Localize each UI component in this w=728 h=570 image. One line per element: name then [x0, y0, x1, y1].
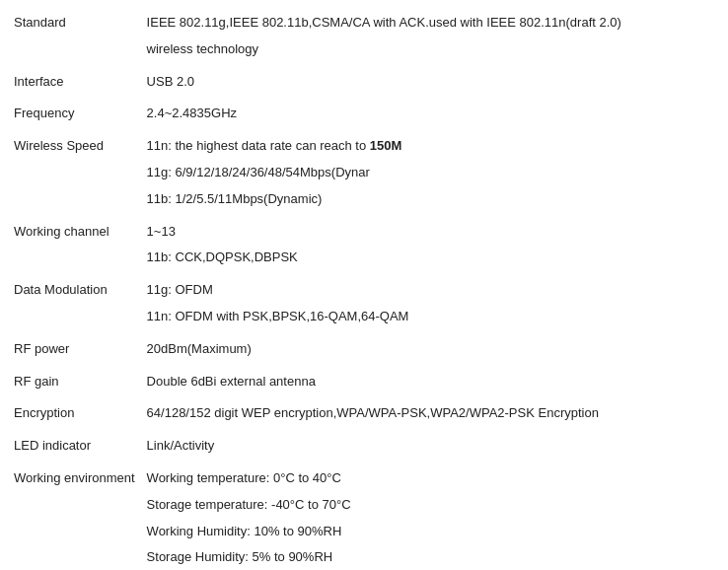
spec-value: 11b: 1/2/5.5/11Mbps(Dynamic) [141, 186, 720, 213]
table-row: Frequency2.4~2.4835GHz [8, 101, 720, 127]
spec-label [8, 519, 141, 545]
table-row: InterfaceUSB 2.0 [8, 69, 720, 96]
spec-value: Double 6dBi external antenna [141, 369, 720, 395]
table-row: 11b: 1/2/5.5/11Mbps(Dynamic) [8, 186, 720, 213]
spec-label: Working environment [8, 465, 141, 492]
spec-value: USB 2.0 [141, 69, 720, 96]
spec-value: wireless technology [141, 36, 720, 63]
spec-label [8, 160, 141, 186]
spec-value: 11g: OFDM [141, 277, 720, 304]
spec-value: 1~13 [141, 219, 720, 246]
spec-label: RF power [8, 336, 141, 363]
table-row: Storage Humidity: 5% to 90%RH [8, 544, 720, 570]
spec-value: 11n: OFDM with PSK,BPSK,16-QAM,64-QAM [141, 304, 720, 330]
table-row: Working environmentWorking temperature: … [8, 465, 720, 492]
spec-table: StandardIEEE 802.11g,IEEE 802.11b,CSMA/C… [8, 10, 720, 570]
spec-label: RF gain [8, 369, 141, 395]
table-row: Wireless Speed11n: the highest data rate… [8, 133, 720, 160]
spec-label: Wireless Speed [8, 133, 141, 160]
spec-value: Storage Humidity: 5% to 90%RH [141, 544, 720, 570]
spec-label [8, 304, 141, 330]
spec-label [8, 492, 141, 519]
spec-label [8, 245, 141, 271]
spec-value: 20dBm(Maximum) [141, 336, 720, 363]
table-row: 11g: 6/9/12/18/24/36/48/54Mbps(Dynar [8, 160, 720, 186]
spec-label: Interface [8, 69, 141, 96]
table-row: Storage temperature: -40°C to 70°C [8, 492, 720, 519]
table-row: wireless technology [8, 36, 720, 63]
table-row: RF power20dBm(Maximum) [8, 336, 720, 363]
table-row: 11b: CCK,DQPSK,DBPSK [8, 245, 720, 271]
spec-label: Frequency [8, 101, 141, 127]
spec-label: LED indicator [8, 433, 141, 460]
spec-label: Standard [8, 10, 141, 36]
spec-label: Data Modulation [8, 277, 141, 304]
table-row: 11n: OFDM with PSK,BPSK,16-QAM,64-QAM [8, 304, 720, 330]
spec-label [8, 186, 141, 213]
spec-value: 11b: CCK,DQPSK,DBPSK [141, 245, 720, 271]
spec-label [8, 36, 141, 63]
spec-value: 64/128/152 digit WEP encryption,WPA/WPA-… [141, 400, 720, 427]
bold-speed-value: 150M [370, 138, 402, 153]
table-row: LED indicatorLink/Activity [8, 433, 720, 460]
spec-value: Storage temperature: -40°C to 70°C [141, 492, 720, 519]
table-row: Encryption64/128/152 digit WEP encryptio… [8, 400, 720, 427]
table-row: Working channel1~13 [8, 219, 720, 246]
spec-value: 11g: 6/9/12/18/24/36/48/54Mbps(Dynar [141, 160, 720, 186]
spec-value: Working Humidity: 10% to 90%RH [141, 519, 720, 545]
spec-value: 2.4~2.4835GHz [141, 101, 720, 127]
spec-value: Link/Activity [141, 433, 720, 460]
spec-label: Working channel [8, 219, 141, 246]
table-row: Working Humidity: 10% to 90%RH [8, 519, 720, 545]
spec-value: Working temperature: 0°C to 40°C [141, 465, 720, 492]
spec-label [8, 544, 141, 570]
spec-value: 11n: the highest data rate can reach to … [141, 133, 720, 160]
spec-label: Encryption [8, 400, 141, 427]
spec-value: IEEE 802.11g,IEEE 802.11b,CSMA/CA with A… [141, 10, 720, 36]
table-row: Data Modulation11g: OFDM [8, 277, 720, 304]
table-row: StandardIEEE 802.11g,IEEE 802.11b,CSMA/C… [8, 10, 720, 36]
table-row: RF gainDouble 6dBi external antenna [8, 369, 720, 395]
